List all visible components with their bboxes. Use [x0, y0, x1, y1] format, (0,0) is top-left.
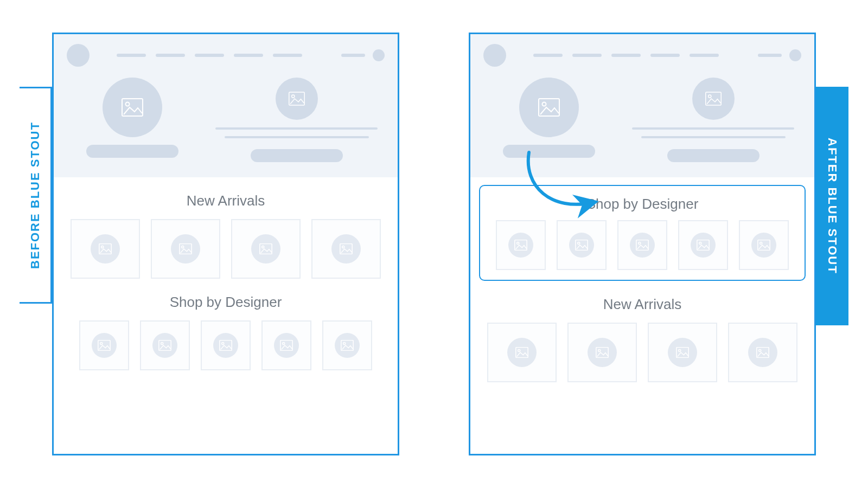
after-panel: Shop by Designer New Arrivals	[469, 33, 816, 455]
product-tile	[71, 219, 140, 279]
thumbnail-placeholder	[251, 234, 280, 264]
cta-placeholder	[503, 145, 595, 158]
thumbnail-placeholder	[751, 233, 776, 258]
image-icon	[259, 243, 272, 254]
header-right-placeholder	[758, 49, 801, 61]
svg-point-33	[699, 242, 701, 244]
cta-placeholder	[667, 149, 760, 162]
product-tile	[201, 320, 251, 370]
thumbnail-placeholder	[213, 333, 238, 358]
image-icon	[280, 340, 293, 351]
product-tile	[678, 220, 728, 270]
image-icon	[340, 243, 353, 254]
shop-by-designer-grid	[480, 220, 805, 270]
nav-placeholder	[533, 54, 742, 57]
svg-point-39	[598, 349, 601, 351]
svg-point-15	[161, 342, 163, 344]
product-tile	[557, 220, 607, 270]
nav-placeholder	[117, 54, 325, 57]
product-tile	[648, 323, 717, 382]
hero-wireframe	[470, 74, 814, 177]
section-heading-new-arrivals: New Arrivals	[54, 192, 398, 209]
image-icon	[705, 92, 722, 106]
thumbnail-placeholder	[630, 233, 655, 258]
svg-point-29	[578, 242, 580, 244]
image-icon	[98, 340, 111, 351]
svg-point-19	[283, 342, 285, 344]
thumbnail-placeholder	[748, 338, 777, 367]
image-icon	[289, 92, 305, 106]
new-arrivals-grid	[470, 323, 814, 382]
image-icon	[596, 347, 609, 358]
hero-avatar-small	[692, 78, 735, 120]
section-heading-shop-by-designer: Shop by Designer	[54, 294, 398, 311]
product-tile	[496, 220, 546, 270]
hero-avatar-small	[276, 78, 318, 120]
thumbnail-placeholder	[152, 333, 177, 358]
svg-point-3	[291, 95, 294, 98]
product-tile	[151, 219, 220, 279]
thumbnail-placeholder	[508, 233, 533, 258]
image-icon	[219, 340, 232, 351]
image-icon	[697, 240, 710, 251]
thumbnail-placeholder	[668, 338, 697, 367]
product-tile	[79, 320, 129, 370]
thumbnail-placeholder	[691, 233, 716, 258]
shop-by-designer-grid	[54, 320, 398, 370]
image-icon	[538, 98, 560, 117]
image-icon	[158, 340, 171, 351]
product-tile	[140, 320, 190, 370]
product-tile	[487, 323, 557, 382]
hero-avatar	[519, 78, 579, 137]
svg-point-5	[101, 246, 104, 248]
product-tile	[231, 219, 301, 279]
before-tab: BEFORE BLUE STOUT	[20, 87, 52, 304]
hero-right	[206, 78, 387, 162]
svg-point-27	[517, 242, 519, 244]
svg-point-11	[342, 246, 344, 248]
thumbnail-placeholder	[91, 234, 120, 264]
image-icon	[122, 98, 143, 117]
image-icon	[99, 243, 112, 254]
svg-point-25	[708, 95, 711, 98]
product-tile	[728, 323, 797, 382]
svg-point-17	[222, 342, 224, 344]
new-arrivals-grid	[54, 219, 398, 279]
section-heading-new-arrivals: New Arrivals	[470, 296, 814, 313]
image-icon	[676, 347, 689, 358]
hero-wireframe	[54, 74, 398, 177]
image-icon	[515, 347, 528, 358]
wireframe-header	[470, 34, 814, 74]
svg-point-9	[262, 246, 264, 248]
section-heading-shop-by-designer: Shop by Designer	[480, 196, 805, 213]
before-tab-label: BEFORE BLUE STOUT	[28, 121, 42, 269]
thumbnail-placeholder	[569, 233, 594, 258]
thumbnail-placeholder	[171, 234, 200, 264]
product-tile	[261, 320, 311, 370]
product-tile	[322, 320, 372, 370]
highlighted-section: Shop by Designer	[479, 185, 806, 281]
before-panel: New Arrivals Shop by Designer	[52, 33, 399, 455]
svg-point-43	[759, 349, 761, 351]
text-lines	[206, 127, 387, 138]
wireframe-header	[54, 34, 398, 74]
hero-right	[623, 78, 803, 162]
product-tile	[739, 220, 789, 270]
image-icon	[514, 240, 527, 251]
after-tab-label: AFTER BLUE STOUT	[825, 138, 839, 274]
svg-point-7	[182, 246, 184, 248]
image-icon	[341, 340, 354, 351]
svg-point-41	[679, 349, 681, 351]
svg-point-13	[100, 342, 103, 344]
image-icon	[575, 240, 588, 251]
logo-placeholder	[67, 44, 90, 67]
thumbnail-placeholder	[331, 234, 361, 264]
svg-point-37	[518, 349, 520, 351]
image-icon	[636, 240, 649, 251]
thumbnail-placeholder	[588, 338, 617, 367]
after-tab: AFTER BLUE STOUT	[816, 87, 848, 325]
thumbnail-placeholder	[92, 333, 117, 358]
hero-left	[481, 78, 616, 162]
svg-point-35	[760, 242, 762, 244]
product-tile	[617, 220, 667, 270]
